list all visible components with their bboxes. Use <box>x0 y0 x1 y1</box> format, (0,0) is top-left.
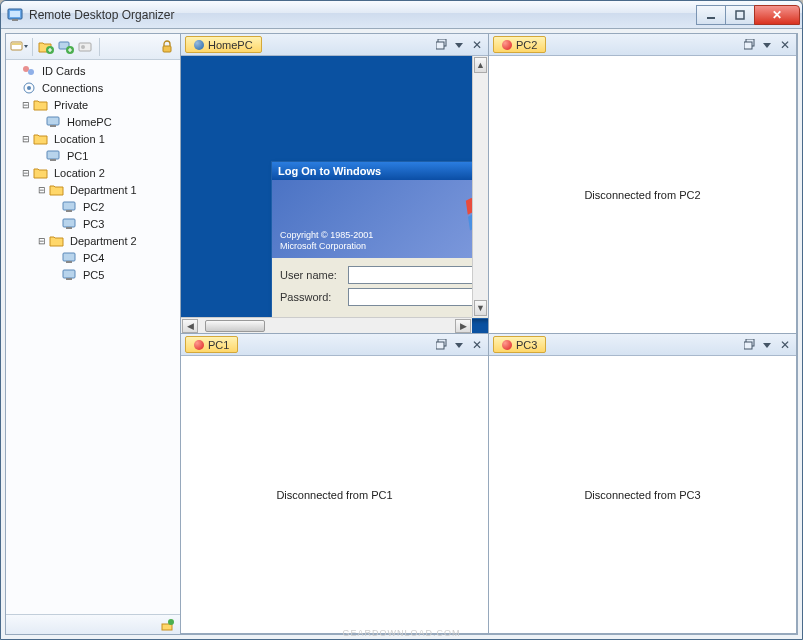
tree-folder-dept2[interactable]: ⊟ Department 2 <box>6 232 180 249</box>
password-input[interactable] <box>348 288 488 306</box>
disconnected-message: Disconnected from PC1 <box>276 489 392 501</box>
pane-close-button[interactable]: ✕ <box>470 38 484 52</box>
svg-rect-18 <box>50 125 56 127</box>
tree-item-pc1[interactable]: PC1 <box>6 147 180 164</box>
svg-point-30 <box>168 619 174 625</box>
copyright-line1: Copyright © 1985-2001 <box>280 230 373 241</box>
pane-dropdown-button[interactable] <box>760 38 774 52</box>
pane-title-tab[interactable]: HomePC <box>185 36 262 53</box>
folder-icon <box>49 233 65 249</box>
disconnected-message: Disconnected from PC3 <box>584 489 700 501</box>
collapse-icon[interactable]: ⊟ <box>36 235 47 246</box>
pane-dropdown-button[interactable] <box>760 338 774 352</box>
tree-label: PC2 <box>81 201 106 213</box>
logon-dialog-title: Log On to Windows <box>272 162 488 180</box>
pane-close-button[interactable]: ✕ <box>470 338 484 352</box>
tree-folder-location1[interactable]: ⊟ Location 1 <box>6 130 180 147</box>
logon-banner: Copyright © 1985-2001 Microsoft Corporat… <box>272 180 488 258</box>
app-window: Remote Desktop Organizer ✕ <box>0 0 803 640</box>
tree-label: Private <box>52 99 90 111</box>
rdp-viewport[interactable]: Log On to Windows Copyright © 1985-2001 … <box>181 56 488 333</box>
tree-label: PC5 <box>81 269 106 281</box>
logon-form: User name: Password: <box>272 258 488 318</box>
svg-point-11 <box>81 45 85 49</box>
titlebar[interactable]: Remote Desktop Organizer ✕ <box>1 1 802 29</box>
svg-rect-38 <box>744 342 752 349</box>
tree-root-connections[interactable]: Connections <box>6 79 180 96</box>
svg-point-16 <box>27 86 31 90</box>
svg-rect-19 <box>47 151 59 159</box>
scroll-right-button[interactable]: ▶ <box>455 319 471 333</box>
pane-body: Disconnected from PC3 <box>489 356 796 633</box>
username-input[interactable] <box>348 266 488 284</box>
content-area: ID Cards Connections ⊟ Private HomePC <box>5 33 798 635</box>
collapse-icon[interactable]: ⊟ <box>20 133 31 144</box>
pane-title-tab[interactable]: PC2 <box>493 36 546 53</box>
pane-title: PC3 <box>516 339 537 351</box>
status-indicator-icon <box>194 40 204 50</box>
pane-restore-button[interactable] <box>434 338 448 352</box>
tree-label: Location 2 <box>52 167 107 179</box>
pane-header[interactable]: PC2 ✕ <box>489 34 796 56</box>
pane-title-tab[interactable]: PC3 <box>493 336 546 353</box>
new-idcard-button[interactable] <box>77 38 95 56</box>
maximize-button[interactable] <box>725 5 755 25</box>
collapse-icon[interactable]: ⊟ <box>36 184 47 195</box>
svg-rect-28 <box>66 278 72 280</box>
tree-item-pc4[interactable]: PC4 <box>6 249 180 266</box>
pane-restore-button[interactable] <box>742 38 756 52</box>
pane-header[interactable]: PC1 ✕ <box>181 334 488 356</box>
pane-pc1: PC1 ✕ Disconnected from PC1 <box>180 333 489 634</box>
svg-rect-25 <box>63 253 75 261</box>
scroll-left-button[interactable]: ◀ <box>182 319 198 333</box>
pc-icon <box>46 148 62 164</box>
tree-folder-private[interactable]: ⊟ Private <box>6 96 180 113</box>
lock-button[interactable] <box>158 38 176 56</box>
vertical-scrollbar[interactable]: ▲ ▼ <box>472 56 488 317</box>
svg-rect-24 <box>66 227 72 229</box>
svg-rect-27 <box>63 270 75 278</box>
tree-root-idcards[interactable]: ID Cards <box>6 62 180 79</box>
horizontal-scrollbar[interactable]: ◀ ▶ <box>181 317 472 333</box>
tree-item-pc3[interactable]: PC3 <box>6 215 180 232</box>
pane-close-button[interactable]: ✕ <box>778 38 792 52</box>
pane-close-button[interactable]: ✕ <box>778 338 792 352</box>
svg-rect-32 <box>436 42 444 49</box>
tree-label: PC3 <box>81 218 106 230</box>
pane-restore-button[interactable] <box>742 338 756 352</box>
tree-item-pc2[interactable]: PC2 <box>6 198 180 215</box>
svg-rect-22 <box>66 210 72 212</box>
tree-item-homepc[interactable]: HomePC <box>6 113 180 130</box>
scroll-down-button[interactable]: ▼ <box>474 300 487 316</box>
collapse-icon[interactable]: ⊟ <box>20 167 31 178</box>
pane-header[interactable]: PC3 ✕ <box>489 334 796 356</box>
tree-label: Department 1 <box>68 184 139 196</box>
close-button[interactable]: ✕ <box>754 5 800 25</box>
tree-folder-dept1[interactable]: ⊟ Department 1 <box>6 181 180 198</box>
new-pc-button[interactable] <box>57 38 75 56</box>
folder-icon <box>33 165 49 181</box>
scroll-thumb[interactable] <box>205 320 265 332</box>
window-title: Remote Desktop Organizer <box>29 8 697 22</box>
pane-dropdown-button[interactable] <box>452 38 466 52</box>
folder-icon <box>33 131 49 147</box>
pane-restore-button[interactable] <box>434 38 448 52</box>
new-folder-button[interactable] <box>37 38 55 56</box>
collapse-icon[interactable]: ⊟ <box>20 99 31 110</box>
window-buttons: ✕ <box>697 5 800 25</box>
tree-item-pc5[interactable]: PC5 <box>6 266 180 283</box>
pane-title-tab[interactable]: PC1 <box>185 336 238 353</box>
svg-rect-34 <box>744 42 752 49</box>
pane-header[interactable]: HomePC ✕ <box>181 34 488 56</box>
minimize-button[interactable] <box>696 5 726 25</box>
pane-dropdown-button[interactable] <box>452 338 466 352</box>
tree-label: PC4 <box>81 252 106 264</box>
new-connection-dropdown[interactable] <box>10 38 28 56</box>
scroll-up-button[interactable]: ▲ <box>474 57 487 73</box>
connection-tree[interactable]: ID Cards Connections ⊟ Private HomePC <box>6 60 180 614</box>
status-indicator-icon <box>502 40 512 50</box>
idcards-icon <box>21 63 37 79</box>
expander-icon <box>8 65 19 76</box>
tree-folder-location2[interactable]: ⊟ Location 2 <box>6 164 180 181</box>
sidebar-statusbar <box>6 614 180 634</box>
